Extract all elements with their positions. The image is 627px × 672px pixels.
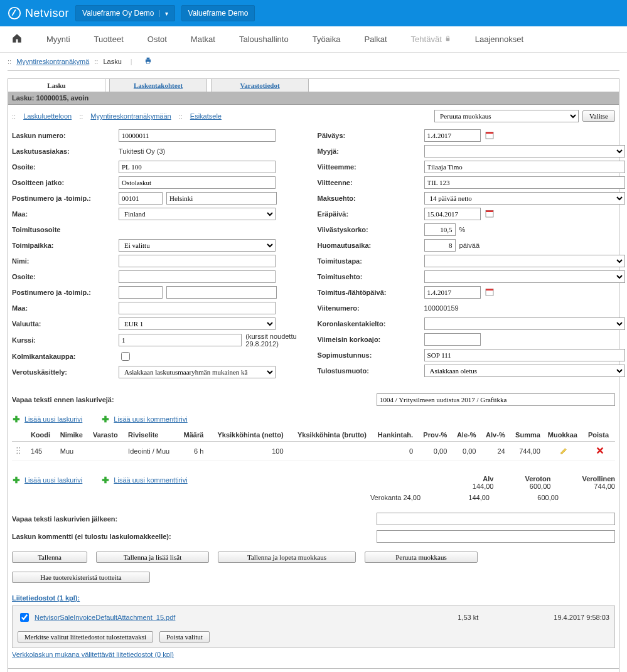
select-toimitusehto[interactable] (424, 270, 625, 283)
plus-icon-4[interactable] (101, 476, 110, 484)
input-kaupunki2[interactable] (166, 286, 277, 299)
input-maa2[interactable] (119, 302, 276, 314)
link-add-row-2[interactable]: Lisää uusi laskurivi (24, 476, 82, 484)
link-add-row[interactable]: Lisää uusi laskurivi (24, 415, 82, 423)
input-viitteemme[interactable] (424, 161, 625, 173)
lbl-kolmikanta: Kolmikantakauppa: (12, 353, 119, 360)
btn-tallenna[interactable]: Tallenna (12, 552, 87, 563)
lbl-sopimus: Sopimustunnus: (318, 351, 424, 359)
action-select[interactable]: Peruuta muokkaus (434, 110, 579, 122)
svg-point-17 (17, 450, 18, 451)
plus-icon-3[interactable] (12, 476, 21, 484)
chk-attachment[interactable] (20, 613, 29, 622)
lbl-postinumero: Postinumero ja -toimip.: (12, 195, 119, 202)
attachments-title[interactable]: Liitetiedostot (1 kpl): (12, 594, 80, 602)
chk-kolmikanta[interactable] (121, 352, 130, 361)
plus-icon[interactable] (12, 415, 21, 424)
input-viivastyskorko[interactable] (424, 223, 456, 236)
input-kaupunki[interactable] (166, 192, 277, 205)
input-osoite-jatko[interactable] (119, 176, 276, 189)
input-sopimus[interactable] (424, 349, 625, 361)
tab-lasku[interactable]: Lasku (8, 78, 105, 92)
td-maara: 6 h (178, 442, 208, 461)
valitse-button[interactable]: Valitse (582, 110, 615, 122)
edit-icon[interactable] (559, 449, 569, 457)
input-freetext-after[interactable] (377, 513, 615, 525)
menu-ostot[interactable]: Ostot (147, 35, 167, 44)
menu-matkat[interactable]: Matkat (191, 35, 215, 44)
menu-myynti[interactable]: Myynti (46, 35, 70, 44)
lr-sep2: :: (79, 112, 83, 120)
link-einvoice-attachments[interactable]: Verkkolaskun mukana välitettävät liiteti… (12, 651, 174, 658)
select-verotus[interactable]: Asiakkaan laskutusmaaryhmän mukainen kä (119, 366, 276, 378)
select-koronlaskenta[interactable] (424, 317, 625, 330)
input-nimi[interactable] (119, 255, 276, 267)
bc-link-reskontra[interactable]: Myyntireskontranäkymä (16, 58, 89, 65)
drag-handle-icon[interactable] (16, 449, 22, 456)
tab-varastotiedot[interactable]: Varastotiedot (211, 78, 309, 92)
td-yhn: 100 (207, 442, 287, 461)
lbl-myyja: Myyjä: (318, 147, 424, 155)
select-valuutta[interactable]: EUR 1 (119, 317, 276, 330)
menu-tyoaika[interactable]: Työaika (313, 35, 341, 44)
select-myyja[interactable] (424, 145, 625, 157)
input-postinro[interactable] (119, 192, 163, 205)
btn-peruuta[interactable]: Peruuta muokkaus (365, 552, 478, 563)
select-maksuehto[interactable]: 14 päivää netto (424, 192, 625, 205)
input-viitteenne[interactable] (424, 176, 625, 189)
btn-hae-tuotteita[interactable]: Hae tuoterekisteristä tuotteita (12, 572, 150, 583)
input-viimeisin[interactable] (424, 333, 481, 346)
attachment-link[interactable]: NetvisorSaleInvoiceDefaultAttachment_15.… (35, 614, 175, 621)
menu-laajennokset[interactable]: Laajennokset (475, 35, 523, 44)
btn-tallenna-lisaa[interactable]: Tallenna ja lisää lisät (96, 552, 209, 563)
input-osoite[interactable] (119, 161, 276, 173)
tab-laskentakohteet[interactable]: Laskentakohteet (109, 78, 207, 92)
select-toimitustapa[interactable] (424, 255, 625, 267)
env-badge[interactable]: Valueframe Demo (181, 5, 255, 21)
link-add-comment[interactable]: Lisää uusi kommenttirivi (114, 415, 187, 423)
print-icon[interactable] (144, 56, 153, 67)
menu-tuotteet[interactable]: Tuotteet (94, 35, 124, 44)
main-menu: Myynti Tuotteet Ostot Matkat Taloushalli… (0, 26, 627, 53)
select-maa[interactable]: Finland (119, 208, 276, 220)
input-invoice-comment[interactable] (377, 530, 615, 543)
bc-current: Lasku (103, 58, 121, 65)
lbl-kurssi: Kurssi: (12, 336, 119, 344)
input-kurssi[interactable] (119, 334, 242, 346)
menu-taloushallinto[interactable]: Taloushallinto (239, 35, 289, 44)
btn-delete-selected[interactable]: Poista valitut (159, 631, 210, 643)
tabs: Lasku Laskentakohteet Varastotiedot (8, 78, 619, 92)
link-esikatsele[interactable]: Esikatsele (190, 112, 222, 120)
th-riviselite: Riviselite (124, 429, 178, 442)
calendar-icon-3[interactable] (485, 287, 495, 298)
th-muokkaa: Muokkaa (544, 429, 584, 442)
home-icon[interactable] (11, 33, 23, 46)
input-huomautusaika[interactable] (424, 239, 456, 252)
input-freetext-before[interactable] (377, 393, 615, 406)
input-erapaiva[interactable] (424, 208, 481, 220)
lbl-osoite: Osoite: (12, 163, 119, 171)
link-reskontra[interactable]: Myyntireskontranäkymään (90, 112, 171, 120)
company-selector[interactable]: Valueframe Oy Demo ▾ (75, 5, 175, 21)
td-yhb (287, 442, 370, 461)
input-toimituspaiva[interactable] (424, 286, 481, 299)
select-tulostus[interactable]: Asiakkaan oletus (424, 365, 625, 377)
bc-sep1: :: (8, 58, 11, 65)
input-laskun-numero[interactable] (119, 129, 276, 142)
btn-tallenna-lopeta[interactable]: Tallenna ja lopeta muokkaus (218, 552, 356, 563)
menu-palkat[interactable]: Palkat (364, 35, 387, 44)
plus-icon-2[interactable] (101, 415, 110, 424)
calendar-icon[interactable] (485, 130, 495, 141)
td-prov: 0,00 (417, 442, 451, 461)
calendar-icon-2[interactable] (485, 208, 495, 220)
input-postinro2[interactable] (119, 286, 163, 299)
link-add-comment-2[interactable]: Lisää uusi kommenttirivi (114, 476, 187, 484)
val-viitenumero: 100000159 (424, 304, 459, 312)
btn-mark-printable[interactable]: Merkitse valitut liitetiedostot tulostet… (18, 631, 153, 643)
input-paivays[interactable] (424, 129, 481, 142)
delete-icon[interactable] (596, 449, 604, 456)
input-osoite2[interactable] (119, 270, 276, 283)
select-toimipaikka[interactable]: Ei valittu (119, 239, 276, 252)
svg-rect-3 (146, 58, 149, 60)
link-laskuluettelo[interactable]: Laskuluetteloon (23, 112, 72, 120)
